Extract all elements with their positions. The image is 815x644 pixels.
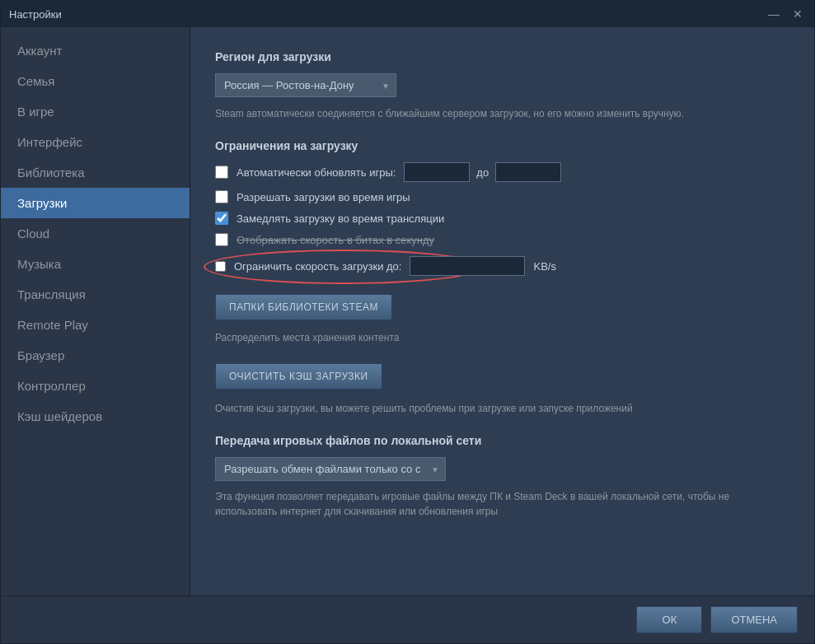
throttle-checkbox[interactable] — [215, 212, 228, 225]
sidebar-item-family[interactable]: Семья — [1, 66, 190, 96]
library-folders-button[interactable]: ПАПКИ БИБЛИОТЕКИ STEAM — [215, 294, 392, 320]
sidebar-item-broadcast[interactable]: Трансляция — [1, 279, 190, 310]
file-transfer-title: Передача игровых файлов по локальной сет… — [215, 434, 789, 447]
auto-update-to-label: до — [476, 166, 489, 179]
speed-limit-container: Ограничить скорость загрузки до: KB/s — [215, 256, 556, 276]
region-select[interactable]: Россия — Ростов-на-Дону — [215, 73, 396, 97]
sidebar-item-downloads[interactable]: Загрузки — [1, 188, 190, 218]
ok-button[interactable]: ОК — [636, 606, 702, 633]
auto-update-checkbox[interactable] — [215, 166, 228, 179]
clear-cache-button[interactable]: ОЧИСТИТЬ КЭШ ЗАГРУЗКИ — [215, 363, 382, 390]
titlebar: Настройки — ✕ — [1, 1, 814, 27]
file-transfer-section: Передача игровых файлов по локальной сет… — [215, 434, 789, 519]
allow-during-game-row: Разрешать загрузки во время игры — [215, 190, 789, 203]
region-select-wrapper[interactable]: Россия — Ростов-на-Дону — [215, 73, 396, 97]
footer: ОК ОТМЕНА — [1, 595, 814, 643]
region-hint: Steam автоматически соединяется с ближай… — [215, 108, 684, 119]
file-transfer-select-wrapper[interactable]: Разрешать обмен файлами только со с... — [215, 457, 446, 481]
file-transfer-hint: Эта функция позволяет передавать игровые… — [215, 489, 742, 519]
clear-cache-hint: Очистив кэш загрузки, вы можете решить п… — [215, 401, 789, 416]
sidebar-item-remote[interactable]: Remote Play — [1, 310, 190, 340]
auto-update-from-input[interactable] — [404, 162, 470, 182]
titlebar-controls: — ✕ — [765, 7, 806, 21]
sidebar-item-browser[interactable]: Браузер — [1, 340, 190, 371]
minimize-button[interactable]: — — [765, 7, 783, 21]
allow-during-game-label: Разрешать загрузки во время игры — [237, 191, 410, 203]
throttle-row: Замедлять загрузку во время трансляции — [215, 212, 789, 225]
file-transfer-select[interactable]: Разрешать обмен файлами только со с... — [215, 457, 446, 481]
sidebar-item-shader[interactable]: Кэш шейдеров — [1, 401, 190, 432]
region-section-title: Регион для загрузки — [215, 50, 789, 63]
sidebar-item-interface[interactable]: Интерфейс — [1, 127, 190, 157]
cancel-button[interactable]: ОТМЕНА — [710, 606, 798, 633]
window-title: Настройки — [9, 8, 62, 21]
show-bits-checkbox[interactable] — [215, 233, 228, 246]
main-content: Аккаунт Семья В игре Интерфейс Библиотек… — [1, 27, 814, 595]
speed-limit-checkbox[interactable] — [215, 261, 226, 272]
sidebar-item-controller[interactable]: Контроллер — [1, 371, 190, 401]
clear-cache-section: ОЧИСТИТЬ КЭШ ЗАГРУЗКИ Очистив кэш загруз… — [215, 363, 789, 416]
auto-update-row: Автоматически обновлять игры: до — [215, 162, 789, 182]
sidebar-item-account[interactable]: Аккаунт — [1, 35, 190, 66]
close-button[interactable]: ✕ — [789, 7, 806, 21]
show-bits-label: Отображать скорость в битах в секунду — [237, 234, 434, 246]
sidebar: Аккаунт Семья В игре Интерфейс Библиотек… — [1, 27, 190, 595]
region-section: Регион для загрузки Россия — Ростов-на-Д… — [215, 50, 789, 121]
limits-section: Ограничения на загрузку Автоматически об… — [215, 139, 789, 276]
speed-limit-row: Ограничить скорость загрузки до: KB/s — [215, 256, 556, 276]
sidebar-item-ingame[interactable]: В игре — [1, 96, 190, 127]
distribute-label: Распределить места хранения контента — [215, 330, 789, 345]
auto-update-to-input[interactable] — [495, 162, 561, 182]
allow-during-game-checkbox[interactable] — [215, 190, 228, 203]
main-panel: Регион для загрузки Россия — Ростов-на-Д… — [190, 27, 814, 595]
sidebar-item-music[interactable]: Музыка — [1, 249, 190, 279]
limits-section-title: Ограничения на загрузку — [215, 139, 789, 152]
speed-limit-label: Ограничить скорость загрузки до: — [234, 260, 401, 273]
speed-limit-input[interactable] — [410, 256, 525, 276]
library-section: ПАПКИ БИБЛИОТЕКИ STEAM Распределить мест… — [215, 294, 789, 345]
show-bits-row: Отображать скорость в битах в секунду — [215, 233, 789, 246]
sidebar-item-cloud[interactable]: Cloud — [1, 218, 190, 249]
auto-update-label: Автоматически обновлять игры: — [237, 166, 396, 179]
sidebar-item-library[interactable]: Библиотека — [1, 157, 190, 188]
throttle-label: Замедлять загрузку во время трансляции — [237, 212, 444, 225]
auto-update-inputs: до — [404, 162, 561, 182]
kbs-label: KB/s — [533, 260, 555, 273]
settings-window: Настройки — ✕ Аккаунт Семья В игре Интер… — [0, 0, 815, 644]
